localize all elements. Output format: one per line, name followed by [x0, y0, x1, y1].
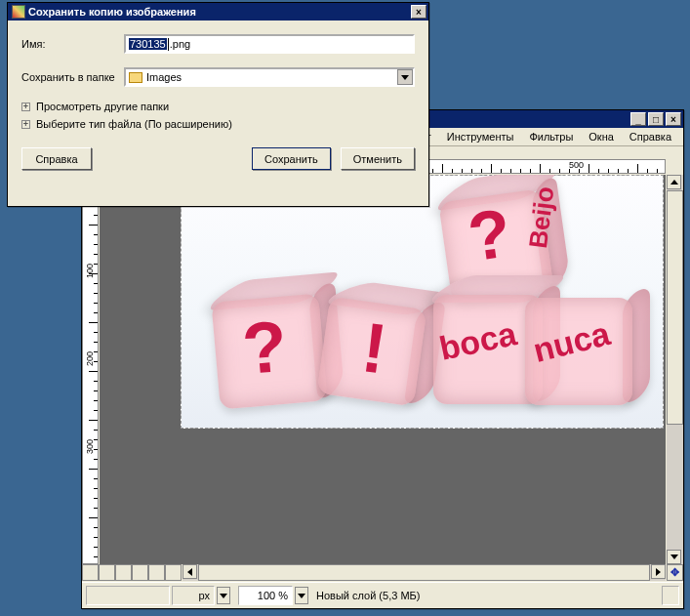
- unit-selector[interactable]: px: [172, 586, 215, 605]
- unit-dropdown-button[interactable]: [217, 587, 230, 604]
- dice-cube: nuca: [525, 298, 632, 405]
- zoom-value[interactable]: 100 %: [238, 586, 293, 605]
- expander-browse-folders[interactable]: + Просмотреть другие папки: [21, 101, 415, 112]
- image-canvas[interactable]: ? ! ? Beijo boca nuca: [181, 175, 664, 429]
- aux-btn[interactable]: [99, 564, 115, 581]
- menu-windows[interactable]: Окна: [583, 129, 620, 144]
- status-tail-cell: [662, 586, 679, 605]
- folder-dropdown-button[interactable]: [397, 69, 413, 85]
- save-button[interactable]: Сохранить: [252, 147, 331, 170]
- maximize-button[interactable]: □: [648, 112, 664, 126]
- aux-btn[interactable]: [82, 564, 99, 581]
- menu-help[interactable]: Справка: [624, 129, 677, 144]
- folder-label: Сохранить в папке: [21, 71, 124, 83]
- plus-icon: +: [21, 120, 30, 129]
- dialog-titlebar[interactable]: Сохранить копию изображения ×: [8, 3, 428, 21]
- dialog-close-button[interactable]: ×: [411, 5, 426, 19]
- plus-icon: +: [21, 103, 30, 111]
- menu-filters[interactable]: Фильтры: [523, 129, 579, 144]
- navigate-icon[interactable]: ✥: [667, 564, 683, 581]
- filename-label: Имя:: [21, 38, 124, 50]
- status-layer-info: Новый слой (5,3 МБ): [310, 586, 660, 605]
- filename-input[interactable]: 730135.png: [124, 34, 415, 54]
- ruler-vertical[interactable]: 0100200300: [82, 175, 99, 564]
- dice-cube: ?: [211, 293, 327, 409]
- dice-cube: !: [316, 297, 426, 407]
- save-copy-dialog: Сохранить копию изображения × Имя: 73013…: [7, 2, 429, 207]
- scrollbar-horizontal[interactable]: [183, 564, 666, 581]
- scrollbar-vertical[interactable]: [667, 175, 683, 564]
- aux-btn[interactable]: [165, 564, 182, 581]
- aux-btn[interactable]: [148, 564, 165, 581]
- filename-extension: .png: [170, 38, 190, 50]
- canvas-aux-buttons: [82, 564, 183, 581]
- aux-btn[interactable]: [115, 564, 132, 581]
- filename-selection: 730135: [129, 38, 167, 50]
- folder-combo[interactable]: Images: [124, 67, 415, 87]
- canvas-viewport[interactable]: ? ! ? Beijo boca nuca: [100, 175, 666, 564]
- aux-btn[interactable]: [132, 564, 148, 581]
- menu-tools[interactable]: Инструменты: [441, 129, 520, 144]
- status-cell-empty: [86, 586, 170, 605]
- app-icon: [12, 5, 25, 19]
- dialog-title: Сохранить копию изображения: [28, 6, 411, 18]
- help-button[interactable]: Справка: [21, 147, 92, 170]
- close-button[interactable]: ×: [666, 112, 681, 126]
- minimize-button[interactable]: _: [630, 112, 646, 126]
- zoom-dropdown-button[interactable]: [295, 587, 308, 604]
- folder-value: Images: [146, 71, 182, 83]
- status-bar: px 100 % Новый слой (5,3 МБ): [82, 582, 683, 608]
- cancel-button[interactable]: Отменить: [341, 147, 415, 170]
- expander-file-type[interactable]: + Выберите тип файла (По расширению): [21, 118, 415, 130]
- folder-icon: [129, 72, 142, 83]
